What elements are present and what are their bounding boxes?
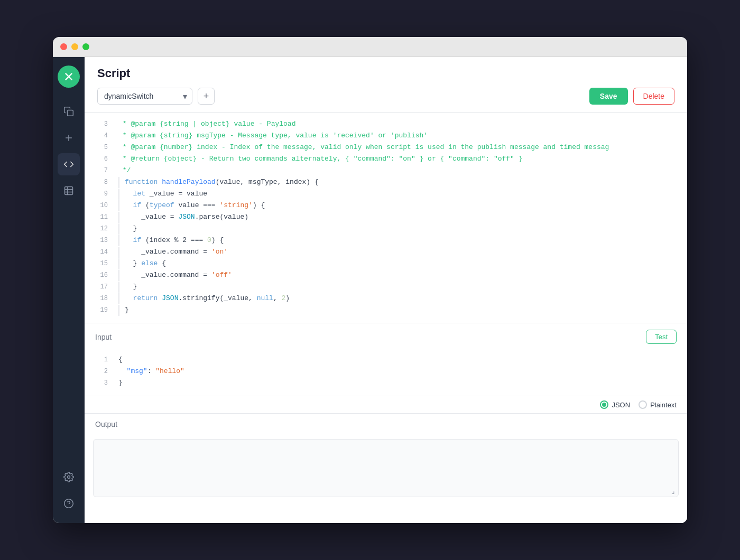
code-line-19: 19 }: [85, 305, 687, 316]
save-button[interactable]: Save: [589, 88, 628, 105]
test-button[interactable]: Test: [646, 330, 677, 344]
script-select-wrapper: dynamicSwitch ▾: [97, 88, 192, 105]
page-title: Script: [97, 67, 674, 80]
svg-point-7: [68, 476, 70, 479]
svg-point-8: [64, 499, 73, 508]
input-section: Input Test 1 { 2 "msg": "hello": [85, 323, 687, 414]
app-window: Script dynamicSwitch ▾ + Save Delete: [53, 37, 687, 523]
toolbar: dynamicSwitch ▾ + Save Delete: [97, 88, 674, 112]
svg-rect-3: [65, 187, 73, 195]
input-code[interactable]: 1 { 2 "msg": "hello" 3 }: [85, 350, 687, 396]
line-number: 15: [93, 259, 108, 269]
minimize-button[interactable]: [71, 43, 78, 50]
code-line-11: 11 _value = JSON.parse(value): [85, 212, 687, 223]
line-number: 12: [93, 224, 108, 234]
line-number: 6: [93, 154, 108, 164]
line-content: * @return {object} - Return two commands…: [118, 154, 523, 165]
script-select[interactable]: dynamicSwitch: [97, 88, 192, 105]
line-content: let _value = value: [118, 189, 207, 200]
add-icon: [63, 133, 74, 143]
line-content: _value.command = 'on': [118, 247, 228, 258]
line-content: "msg": "hello": [118, 366, 184, 377]
code-line-14: 14 _value.command = 'on': [85, 247, 687, 258]
code-line-18: 18 return JSON.stringify(_value, null, 2…: [85, 293, 687, 305]
output-area[interactable]: ⌟: [93, 439, 679, 497]
line-number: 17: [93, 282, 108, 292]
sidebar-item-data[interactable]: [58, 180, 80, 202]
code-line-12: 12 }: [85, 223, 687, 235]
line-content: _value.command = 'off': [118, 270, 232, 281]
code-line-13: 13 if (index % 2 === 0) {: [85, 235, 687, 247]
line-number: 4: [93, 131, 108, 141]
logo-icon: [62, 70, 76, 83]
svg-rect-0: [68, 110, 73, 116]
line-content: * @param {string} msgType - Message type…: [118, 130, 428, 142]
help-icon: [63, 498, 74, 509]
sidebar: [53, 57, 85, 523]
input-header: Input Test: [85, 323, 687, 350]
code-line-3: 3 * @param {string | object} value - Pay…: [85, 119, 687, 130]
resize-handle-icon: ⌟: [671, 487, 675, 495]
code-line-4: 4 * @param {string} msgType - Message ty…: [85, 130, 687, 142]
add-script-button[interactable]: +: [198, 88, 215, 105]
line-number: 10: [93, 201, 108, 211]
sidebar-item-copy[interactable]: [58, 100, 80, 123]
sidebar-item-code[interactable]: [58, 153, 80, 175]
close-button[interactable]: [60, 43, 67, 50]
json-radio-dot: [600, 400, 608, 409]
line-content: if (index % 2 === 0) {: [118, 235, 224, 246]
code-line-8: 8 function handlePayload(value, msgType,…: [85, 177, 687, 189]
output-section: Output ⌟: [85, 414, 687, 523]
line-number: 9: [93, 189, 108, 199]
plaintext-radio-dot: [639, 400, 647, 409]
line-content: function handlePayload(value, msgType, i…: [118, 177, 319, 188]
line-number: 18: [93, 294, 108, 304]
line-number: 13: [93, 236, 108, 246]
code-line-17: 17 }: [85, 282, 687, 293]
format-json-option[interactable]: JSON: [600, 400, 630, 409]
line-number: 1: [93, 355, 108, 365]
code-line-6: 6 * @return {object} - Return two comman…: [85, 154, 687, 165]
line-content: * @param {string | object} value - Paylo…: [118, 119, 295, 130]
line-number: 3: [93, 378, 108, 388]
line-content: }: [118, 223, 137, 235]
code-editor-section: 3 * @param {string | object} value - Pay…: [85, 113, 687, 323]
line-content: } else {: [118, 258, 166, 269]
app-body: Script dynamicSwitch ▾ + Save Delete: [53, 57, 687, 523]
line-number: 2: [93, 367, 108, 377]
input-label: Input: [95, 333, 112, 341]
code-line-9: 9 let _value = value: [85, 189, 687, 200]
settings-icon: [63, 472, 74, 482]
content-area: 3 * @param {string | object} value - Pay…: [85, 113, 687, 523]
line-number: 7: [93, 166, 108, 176]
maximize-button[interactable]: [82, 43, 89, 50]
copy-icon: [63, 106, 74, 117]
delete-button[interactable]: Delete: [633, 88, 674, 105]
line-number: 19: [93, 305, 108, 315]
code-line-15: 15 } else {: [85, 258, 687, 270]
line-number: 14: [93, 247, 108, 257]
sidebar-item-settings[interactable]: [58, 466, 80, 488]
code-line-7: 7 */: [85, 165, 687, 177]
line-content: }: [118, 282, 137, 293]
code-line-16: 16 _value.command = 'off': [85, 270, 687, 282]
output-label: Output: [95, 420, 117, 428]
line-number: 5: [93, 143, 108, 153]
format-radio-bar: JSON Plaintext: [85, 396, 687, 413]
logo[interactable]: [58, 66, 80, 88]
sidebar-item-help[interactable]: [58, 492, 80, 515]
line-content: if (typeof value === 'string') {: [118, 200, 265, 211]
line-content: _value = JSON.parse(value): [118, 212, 248, 223]
code-editor[interactable]: 3 * @param {string | object} value - Pay…: [85, 113, 687, 323]
json-label: JSON: [612, 401, 630, 409]
plus-icon: +: [204, 91, 209, 102]
sidebar-item-add[interactable]: [58, 127, 80, 149]
format-plaintext-option[interactable]: Plaintext: [639, 400, 677, 409]
table-icon: [63, 185, 74, 196]
line-content: return JSON.stringify(_value, null, 2): [118, 293, 290, 304]
input-line-2: 2 "msg": "hello": [85, 366, 687, 378]
line-content: }: [118, 305, 129, 316]
line-number: 11: [93, 212, 108, 222]
main-content: Script dynamicSwitch ▾ + Save Delete: [85, 57, 687, 523]
line-content: * @param {number} index - Index of the m…: [118, 142, 609, 153]
